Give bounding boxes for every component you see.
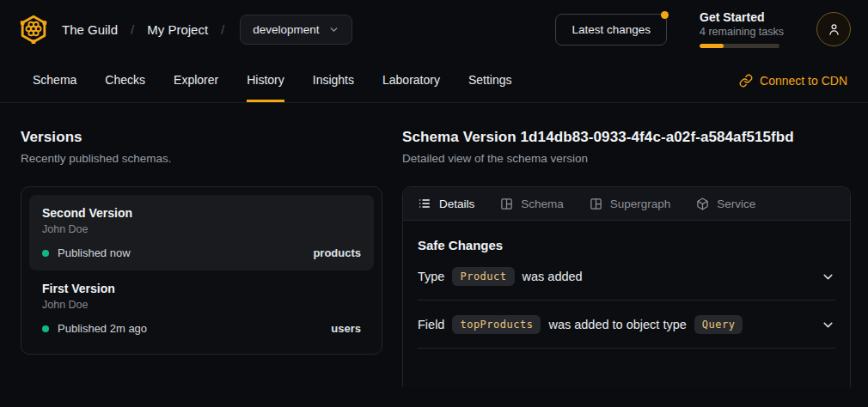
version-author: John Doe <box>42 223 361 235</box>
published-status-text: Published 2m ago <box>58 322 147 335</box>
connect-to-cdn-link[interactable]: Connect to CDN <box>739 74 847 88</box>
get-started-remaining: 4 remaining tasks <box>700 26 784 38</box>
version-list-item[interactable]: First Version John Doe Published 2m ago … <box>29 270 374 346</box>
code-pill: topProducts <box>452 315 541 334</box>
tab-settings[interactable]: Settings <box>468 58 512 102</box>
user-avatar[interactable] <box>816 12 851 46</box>
detail-tab-schema[interactable]: Schema <box>500 197 564 210</box>
breadcrumb-org[interactable]: The Guild <box>62 22 118 37</box>
tab-insights[interactable]: Insights <box>313 58 354 102</box>
connect-to-cdn-label: Connect to CDN <box>760 74 847 88</box>
breadcrumb: The Guild / My Project / <box>62 22 224 37</box>
change-row[interactable]: Type Product was added <box>418 252 835 301</box>
latest-changes-label: Latest changes <box>572 23 651 36</box>
environment-selector[interactable]: development <box>240 15 351 45</box>
version-name: First Version <box>42 282 361 295</box>
detail-tab-service[interactable]: Service <box>696 197 755 210</box>
change-text: was added <box>523 270 583 283</box>
service-name-badge: products <box>313 246 361 259</box>
version-detail-title: Schema Version 1d14db83-0933-4f4c-a02f-a… <box>402 129 851 146</box>
service-name-badge: users <box>331 322 361 335</box>
get-started-widget[interactable]: Get Started 4 remaining tasks <box>700 10 784 48</box>
columns-icon <box>590 197 602 210</box>
tab-laboratory[interactable]: Laboratory <box>382 58 440 102</box>
breadcrumb-separator: / <box>131 22 134 37</box>
environment-selector-value: development <box>253 23 319 36</box>
change-text: was added to object type <box>548 318 686 331</box>
version-detail-subtitle: Detailed view of the schema version <box>402 152 851 165</box>
guild-logo-icon[interactable] <box>17 13 50 46</box>
detail-tab-bar: Details Schema Supergraph <box>403 187 850 221</box>
tab-checks[interactable]: Checks <box>105 58 145 102</box>
published-status-dot <box>42 325 49 332</box>
chevron-down-icon[interactable] <box>821 318 835 332</box>
tab-history[interactable]: History <box>247 58 284 102</box>
breadcrumb-project[interactable]: My Project <box>147 22 208 37</box>
tab-explorer[interactable]: Explorer <box>174 58 218 102</box>
code-pill: Product <box>452 267 514 286</box>
version-author: John Doe <box>42 299 361 311</box>
version-name: Second Version <box>42 206 361 220</box>
get-started-title: Get Started <box>700 10 784 24</box>
list-icon <box>418 197 431 210</box>
detail-tab-supergraph[interactable]: Supergraph <box>590 197 671 210</box>
code-pill: Query <box>694 315 743 334</box>
user-icon <box>827 22 841 37</box>
main-nav: Schema Checks Explorer History Insights … <box>0 58 868 103</box>
chevron-down-icon[interactable] <box>821 270 835 284</box>
safe-changes-heading: Safe Changes <box>418 238 835 252</box>
latest-changes-button[interactable]: Latest changes <box>555 14 667 46</box>
published-status-text: Published now <box>58 246 131 259</box>
change-row[interactable]: Field topProducts was added to object ty… <box>418 301 835 349</box>
chevron-down-icon <box>328 24 339 35</box>
app-header: The Guild / My Project / development Lat… <box>0 0 868 58</box>
detail-tab-details[interactable]: Details <box>418 197 474 210</box>
notification-dot <box>661 11 669 19</box>
change-text: Field <box>418 318 444 331</box>
versions-section: Versions Recently published schemas. Sec… <box>21 129 382 407</box>
columns-icon <box>500 197 513 210</box>
published-status-dot <box>42 250 49 257</box>
versions-list: Second Version John Doe Published now pr… <box>21 186 382 355</box>
version-list-item[interactable]: Second Version John Doe Published now pr… <box>29 195 374 270</box>
version-detail-section: Schema Version 1d14db83-0933-4f4c-a02f-a… <box>402 129 851 407</box>
change-text: Type <box>418 270 444 283</box>
get-started-progress-fill <box>700 44 724 48</box>
box-icon <box>696 197 709 210</box>
get-started-progress-track <box>700 44 779 48</box>
version-detail-panel: Details Schema Supergraph <box>402 186 851 387</box>
versions-subtitle: Recently published schemas. <box>21 152 382 165</box>
link-icon <box>739 74 753 88</box>
breadcrumb-separator: / <box>221 22 224 37</box>
tab-schema[interactable]: Schema <box>33 58 76 102</box>
versions-title: Versions <box>21 129 382 146</box>
